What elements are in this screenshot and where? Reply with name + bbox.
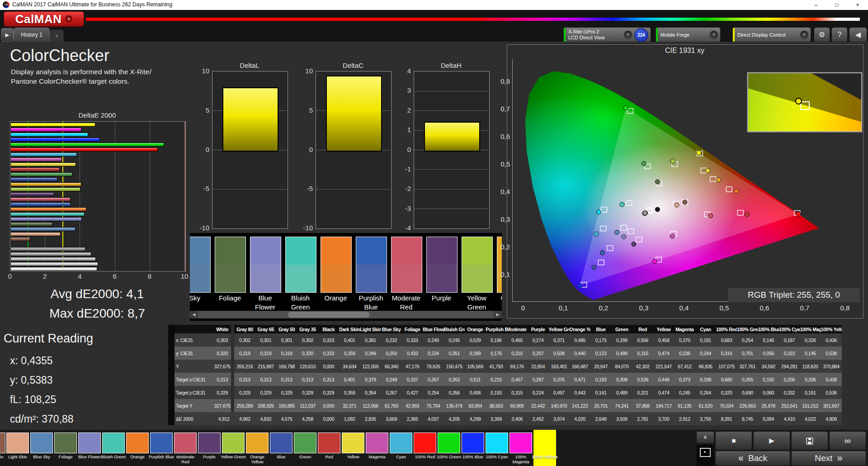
patch-swatch-orange[interactable]: Orange — [321, 233, 351, 305]
table-column-header: Green — [611, 325, 632, 333]
scroll-left-arrow[interactable]: ◀ — [190, 311, 198, 319]
continuous-measure-button[interactable]: ∞ — [829, 431, 866, 450]
scrollbar-thumb[interactable] — [288, 312, 370, 318]
add-tab-button[interactable]: + — [50, 30, 63, 42]
table-cell: 0,337 — [402, 373, 423, 386]
bottom-patch-bluish-green[interactable]: Bluish Green — [102, 430, 125, 466]
source-dropdown[interactable]: Mobile Forge ▾ — [656, 27, 721, 43]
deltae-bar — [10, 162, 76, 166]
meter-count-badge[interactable]: 224 — [634, 28, 648, 42]
table-cell: 0,236 — [674, 347, 695, 360]
bottom-patch-100-yellow[interactable]: 100% Yellow — [533, 430, 556, 466]
deltae-bar — [10, 227, 75, 231]
meter-dropdown[interactable]: X-Rite i1Pro 2 LCD Direct View ▾ 224 — [563, 27, 651, 43]
deltae-bar — [10, 222, 52, 226]
patch-swatch-bluish-green[interactable]: Bluish Green — [285, 233, 316, 305]
bottom-patch-green[interactable]: Green — [294, 430, 316, 466]
patch-swatch-moderate-red[interactable]: Moderate Red — [391, 233, 421, 305]
bottom-patch-blue-flower[interactable]: Blue Flower — [78, 430, 101, 466]
table-cell: 0,308 — [611, 373, 632, 386]
table-cell: 0,485 — [570, 333, 590, 347]
panel-expander-button[interactable]: ▶ — [1, 28, 14, 42]
display-control-dropdown[interactable]: Direct Display Control ▾ — [732, 27, 811, 43]
bottom-patch-yellow[interactable]: Yellow — [342, 430, 364, 466]
bottom-patch-red[interactable]: Red — [318, 430, 340, 466]
table-cell: 66,835 — [695, 360, 716, 373]
bottom-patch-purplish-blue[interactable]: Purplish Blue — [150, 430, 173, 466]
bottom-patch-magenta[interactable]: Magenta — [366, 430, 388, 466]
bottom-patch-moderate-red[interactable]: Moderate Red — [174, 430, 197, 466]
close-button[interactable]: × — [847, 0, 868, 10]
table-cell: 4,022 — [800, 412, 821, 425]
bottom-patch-orange-yellow[interactable]: Orange Yellow — [246, 430, 269, 466]
patch-swatch-purplish-blue[interactable]: Purplish Blue — [356, 233, 386, 305]
cie-measured-point — [796, 212, 801, 216]
table-cell: 0,536 — [821, 386, 842, 399]
bottom-patch-100-red[interactable]: 100% Red — [414, 430, 436, 466]
table-column-header: Yellow Green — [548, 325, 569, 333]
patch-color — [366, 433, 388, 453]
minimize-button[interactable]: – — [806, 0, 826, 10]
table-cell: 0,234 — [423, 347, 443, 360]
maximize-button[interactable]: □ — [826, 0, 847, 10]
bottom-patch-yellow-green[interactable]: Yellow Green — [222, 430, 245, 466]
table-cell: 265,216 — [234, 360, 255, 373]
table-cell: 37,868 — [632, 399, 653, 412]
patch-label: Moderate Red — [172, 454, 198, 464]
delta-gridline — [414, 209, 488, 209]
patch-swatch-foliage[interactable]: Foliage — [215, 233, 245, 305]
target-color-half — [392, 237, 422, 265]
target-color-half — [250, 237, 281, 265]
gear-icon: ⚙ — [819, 31, 825, 38]
bottom-patch-100-blue[interactable]: 100% Blue — [462, 430, 484, 466]
table-cell: 101,012 — [800, 399, 821, 412]
patch-swatch-blue-flower[interactable]: Blue Flower — [250, 233, 280, 305]
table-cell: 0,336 — [800, 373, 821, 386]
patch-color — [6, 433, 29, 453]
pattern-window-button[interactable] — [696, 444, 714, 466]
tab-history-1[interactable]: History 1 — [14, 28, 50, 42]
bottom-patch-dark-skin[interactable]: Dark Skin — [0, 430, 5, 466]
patch-swatch-yellow-green[interactable]: Yellow Green — [462, 233, 492, 305]
app-icon-glyph: CM — [4, 3, 8, 7]
patch-label: Yellow — [340, 454, 366, 459]
cie-x-tick-label: 0,7 — [795, 304, 815, 312]
patch-swatch-purple[interactable]: Purple — [426, 233, 457, 305]
stop-button[interactable]: ■ — [715, 431, 752, 450]
bottom-patch-purple[interactable]: Purple — [198, 430, 221, 466]
next-button[interactable]: Next » — [791, 451, 866, 466]
table-cell: 79,626 — [423, 360, 443, 373]
scroll-right-arrow[interactable]: ▶ — [494, 311, 502, 319]
patch-color — [246, 433, 269, 453]
patch-label: 100% Blue — [460, 454, 486, 459]
table-row: x: CIE310,3030,3020,3010,3010,3020,3330,… — [171, 333, 842, 347]
table-cell: 122,059 — [360, 360, 381, 373]
save-button[interactable] — [791, 431, 828, 450]
bottom-patch-blue-sky[interactable]: Blue Sky — [30, 430, 53, 466]
table-cell: 2,452 — [528, 412, 548, 425]
bottom-patch-blue[interactable]: Blue — [270, 430, 292, 466]
bottom-patch-100-cyan[interactable]: 100% Cyan — [486, 430, 508, 466]
table-column-header: Yellow — [653, 325, 674, 333]
deltae-bar — [10, 262, 98, 266]
calman-menu-button[interactable]: CalMAN ▾ — [4, 11, 84, 27]
help-button[interactable]: ? — [831, 27, 848, 43]
collapse-panel-button[interactable]: ◀ — [849, 27, 867, 43]
patch-swatch-sky[interactable]: Sky — [190, 233, 210, 305]
table-corner — [171, 325, 213, 333]
table-cell: 0,254 — [423, 386, 443, 399]
table-cell: 0,244 — [695, 347, 716, 360]
collapse-bar-button[interactable]: ∧ — [696, 431, 714, 444]
play-button[interactable]: ▶ — [753, 431, 790, 450]
table-cell: 0,458 — [653, 333, 674, 347]
back-button[interactable]: « Back — [715, 451, 790, 466]
bottom-patch-100-green[interactable]: 100% Green — [438, 430, 460, 466]
table-cell: 0,465 — [507, 333, 528, 347]
bottom-patch-light-skin[interactable]: Light Skin — [6, 430, 29, 466]
bottom-patch-100-magenta[interactable]: 100% Magenta — [509, 430, 532, 466]
settings-button[interactable]: ⚙ — [814, 27, 830, 43]
bottom-patch-foliage[interactable]: Foliage — [54, 430, 77, 466]
bottom-patch-orange[interactable]: Orange — [126, 430, 149, 466]
bottom-patch-cyan[interactable]: Cyan — [390, 430, 412, 466]
table-column-header: Blue Sky — [381, 325, 402, 333]
